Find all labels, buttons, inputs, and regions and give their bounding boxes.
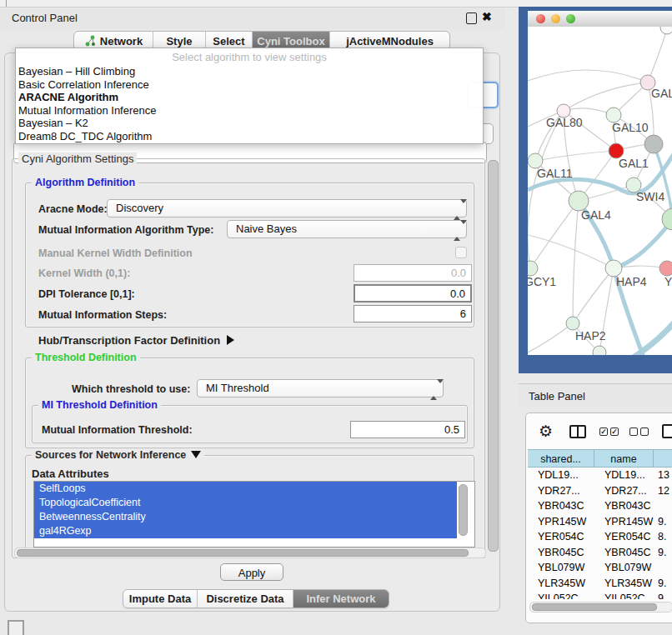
- manual-kernel-checkbox[interactable]: [455, 247, 467, 258]
- data-attributes-list[interactable]: SelfLoopsTopologicalCoefficientBetweenne…: [33, 481, 475, 548]
- select-all-checkboxes-icon[interactable]: ✓: [599, 428, 608, 436]
- kernel-width-field[interactable]: 0.0: [354, 264, 472, 282]
- table-cell: YBR045C: [594, 545, 654, 561]
- column-header[interactable]: shared...: [528, 449, 594, 468]
- mi-threshold-group-title: MI Threshold Definition: [38, 399, 161, 411]
- aracne-mode-value: Discovery: [116, 202, 163, 214]
- mi-steps-field[interactable]: 6: [354, 305, 472, 322]
- network-window-titlebar: [528, 11, 672, 28]
- table-row[interactable]: YBR043CYBR043C: [528, 498, 672, 514]
- mi-type-combobox[interactable]: Naive Bayes: [227, 220, 467, 238]
- split-columns-icon[interactable]: [569, 425, 586, 438]
- table-row[interactable]: YPR145WYPR145W9.: [528, 514, 672, 530]
- table-row[interactable]: YDL19...YDL19...13: [528, 468, 672, 483]
- mi-type-label: Mutual Information Algorithm Type:: [38, 224, 213, 236]
- dpi-tolerance-field[interactable]: 0.0: [354, 284, 472, 302]
- table-row[interactable]: YER054CYER054C8.: [528, 529, 672, 545]
- gear-icon[interactable]: ⚙: [539, 423, 553, 439]
- table-cell: 9: [654, 591, 672, 599]
- deselect-checkboxes-icon[interactable]: [629, 428, 638, 436]
- panel-horizontal-scrollbar[interactable]: [14, 548, 486, 558]
- network-node[interactable]: [644, 135, 663, 153]
- table-row[interactable]: YBL079WYBL079W: [528, 560, 672, 576]
- hub-definition-toggle[interactable]: Hub/Transcription Factor Definition: [38, 334, 234, 347]
- select-all-checkboxes-icon[interactable]: ✓: [610, 428, 619, 436]
- table-cell: YPR145W: [594, 514, 654, 530]
- tab-infer-network[interactable]: Infer Network: [293, 590, 389, 608]
- which-threshold-combobox[interactable]: MI Threshold: [197, 379, 444, 398]
- stepper-arrows-icon: [454, 203, 460, 216]
- attribute-list-item[interactable]: TopologicalCoefficient: [34, 496, 457, 510]
- network-node[interactable]: [662, 208, 672, 230]
- apply-button[interactable]: Apply: [220, 563, 283, 581]
- algorithm-option[interactable]: Basic Correlation Inference: [16, 78, 483, 92]
- table-row[interactable]: YIL052CYIL052C9: [528, 591, 672, 599]
- algorithm-dropdown-options: Bayesian – Hill ClimbingBasic Correlatio…: [16, 65, 483, 143]
- table-cell: YDR27...: [594, 483, 654, 499]
- table-row[interactable]: YBR045CYBR045C9.: [528, 545, 672, 561]
- document-icon[interactable]: [662, 424, 672, 438]
- close-icon[interactable]: ✖: [482, 10, 492, 23]
- list-vertical-scrollbar[interactable]: [459, 484, 468, 536]
- column-header[interactable]: name: [594, 449, 654, 468]
- attribute-list-item[interactable]: SelfLoops: [34, 482, 457, 496]
- bottom-tabs: Impute DataDiscretize DataInfer Network: [123, 589, 389, 608]
- network-node[interactable]: [593, 346, 606, 355]
- mi-steps-label: Mutual Information Steps:: [38, 309, 167, 321]
- network-node[interactable]: [660, 27, 672, 34]
- table-cell: 8.: [654, 529, 672, 545]
- algorithm-option[interactable]: Bayesian – Hill Climbing: [16, 65, 483, 78]
- network-canvas[interactable]: GALGAL80GAL10GAL1GAL11SWI4GAL4GCY1HAP4YH…: [528, 27, 672, 355]
- table-cell: 12: [654, 483, 672, 499]
- table-cell: YDR27...: [528, 483, 594, 499]
- mi-threshold-label: Mutual Information Threshold:: [42, 424, 193, 436]
- close-traffic-light-icon[interactable]: [536, 14, 545, 23]
- sources-title-text: Sources for Network Inference: [35, 449, 186, 461]
- algorithm-option[interactable]: Dream8 DC_TDC Algorithm: [16, 130, 483, 143]
- network-view-window[interactable]: GALGAL80GAL10GAL1GAL11SWI4GAL4GCY1HAP4YH…: [519, 7, 672, 373]
- tab-label: Style: [166, 35, 192, 48]
- network-node-y[interactable]: [659, 261, 672, 276]
- zoom-traffic-light-icon[interactable]: [566, 14, 575, 23]
- node-label: GAL11: [537, 167, 573, 180]
- node-label: Y: [664, 275, 672, 288]
- tab-discretize-data[interactable]: Discretize Data: [198, 590, 293, 608]
- sources-group-title[interactable]: Sources for Network Inference: [32, 449, 204, 461]
- table-cell: YER054C: [594, 529, 654, 545]
- minimized-panel-icon[interactable]: [8, 620, 24, 635]
- algorithm-dropdown-popup: Select algorithm to view settings Bayesi…: [15, 48, 484, 144]
- table-cell: YBR043C: [528, 498, 594, 514]
- column-header[interactable]: [654, 449, 672, 468]
- algorithm-option[interactable]: Bayesian – K2: [16, 117, 483, 130]
- algorithm-option[interactable]: Mutual Information Inference: [16, 104, 483, 118]
- table-row[interactable]: YDR27...YDR27...12: [528, 483, 672, 499]
- table-cell: YBR045C: [528, 545, 594, 561]
- network-node-hap4[interactable]: [605, 260, 622, 277]
- algorithm-dropdown-placeholder: Select algorithm to view settings: [16, 48, 483, 65]
- table-cell: 13: [654, 468, 672, 483]
- algorithm-option[interactable]: ARACNE Algorithm: [16, 91, 483, 104]
- table-cell: YLR345W: [528, 576, 594, 592]
- attribute-list-item[interactable]: gal4RGexp: [34, 524, 457, 538]
- network-edge: [530, 201, 579, 268]
- mi-threshold-field[interactable]: 0.5: [350, 421, 465, 438]
- minimize-traffic-light-icon[interactable]: [551, 14, 560, 23]
- table-cell: YER054C: [528, 529, 594, 545]
- float-window-icon[interactable]: [466, 12, 477, 24]
- table-row[interactable]: YLR345WYLR345W9.: [528, 576, 672, 592]
- deselect-checkboxes-icon[interactable]: [640, 428, 649, 436]
- table-panel-title: Table Panel: [529, 390, 585, 402]
- network-node-gcy1[interactable]: [528, 261, 538, 276]
- tab-impute-data[interactable]: Impute Data: [123, 590, 198, 608]
- manual-kernel-label: Manual Kernel Width Definition: [38, 248, 193, 259]
- table-panel-card: ⚙ ✓ ✓ shared...name YDL19...YDL19...13YD…: [525, 412, 672, 623]
- table-horizontal-scrollbar[interactable]: [529, 602, 672, 612]
- table-cell: [654, 498, 672, 514]
- table-body: YDL19...YDL19...13YDR27...YDR27...12YBR0…: [528, 468, 672, 599]
- network-node-hap2[interactable]: [566, 317, 579, 330]
- table-cell: YPR145W: [528, 514, 594, 530]
- network-icon: [84, 35, 96, 47]
- settings-vertical-scrollbar[interactable]: [488, 160, 499, 552]
- aracne-mode-combobox[interactable]: Discovery: [107, 199, 467, 218]
- attribute-list-item[interactable]: BetweennessCentrality: [34, 510, 457, 524]
